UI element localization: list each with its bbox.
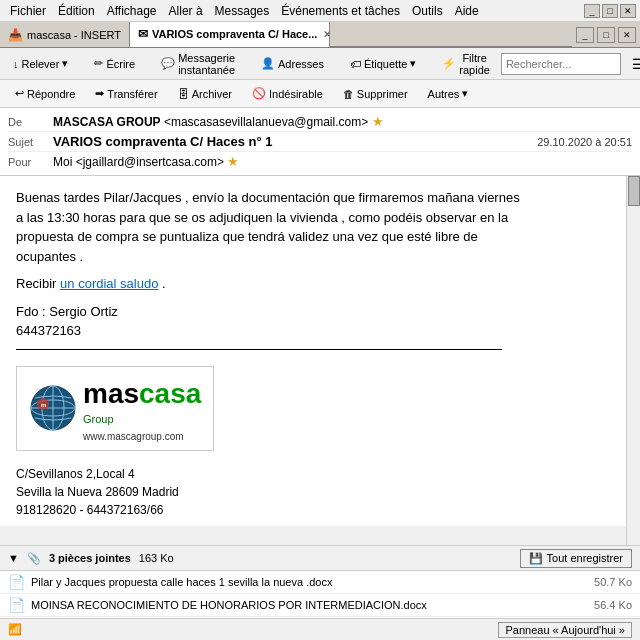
signature-address: C/Sevillanos 2,Local 4 Sevilla la Nueva … — [16, 465, 624, 519]
attachment-item-1[interactable]: 📄 Pilar y Jacques propuesta calle haces … — [0, 571, 640, 594]
panel-label[interactable]: Panneau « Aujourd'hui » — [498, 622, 632, 638]
supprimer-button[interactable]: 🗑 Supprimer — [336, 85, 415, 103]
action-toolbar: ↩ Répondre ➡ Transférer 🗄 Archiver 🚫 Ind… — [0, 80, 640, 108]
transferer-button[interactable]: ➡ Transférer — [88, 84, 164, 103]
email-scroll-wrapper: Buenas tardes Pilar/Jacques , envío la d… — [0, 176, 640, 545]
attach-name-1: Pilar y Jacques propuesta calle haces 1 … — [31, 576, 576, 588]
address-line2: Sevilla la Nueva 28609 Madrid — [16, 483, 624, 501]
menu-evenements[interactable]: Événements et tâches — [275, 2, 406, 20]
to-label: Pour — [8, 156, 53, 168]
menu-messages[interactable]: Messages — [209, 2, 276, 20]
restore-button[interactable]: □ — [602, 4, 618, 18]
svg-text:m: m — [41, 402, 46, 408]
logo-mas: mas — [83, 378, 139, 409]
ecrire-button[interactable]: ✏ Écrire — [87, 53, 142, 74]
menu-aller[interactable]: Aller à — [163, 2, 209, 20]
subject-row: Sujet VARIOS compraventa C/ Haces n° 1 2… — [8, 132, 632, 152]
attachments-header: ▼ 📎 3 pièces jointes 163 Ko 💾 Tout enreg… — [0, 545, 640, 571]
attach-name-2: MOINSA RECONOCIMIENTO DE HONORARIOS POR … — [31, 599, 576, 611]
menu-outils[interactable]: Outils — [406, 2, 449, 20]
from-value: MASCASA GROUP <mascasasevillalanueva@gma… — [53, 114, 632, 129]
logo-brand-text: mascasa — [83, 373, 201, 415]
indesirable-button[interactable]: 🚫 Indésirable — [245, 84, 330, 103]
attach-size-1: 50.7 Ko — [582, 576, 632, 588]
scrollbar[interactable] — [626, 176, 640, 545]
search-input[interactable] — [501, 53, 621, 75]
menu-affichage[interactable]: Affichage — [101, 2, 163, 20]
archiver-label: Archiver — [192, 88, 232, 100]
attach-count: 3 pièces jointes — [49, 552, 131, 564]
transferer-label: Transférer — [107, 88, 157, 100]
email-body: Buenas tardes Pilar/Jacques , envío la d… — [0, 176, 640, 526]
logo-casa: casa — [139, 378, 201, 409]
menubar: Fichier Édition Affichage Aller à Messag… — [0, 0, 640, 22]
autres-label: Autres — [428, 88, 460, 100]
indesirable-icon: 🚫 — [252, 87, 266, 100]
signature-separator — [16, 349, 502, 350]
from-email: <mascasasevillalanueva@gmail.com> — [164, 115, 368, 129]
autres-button[interactable]: Autres ▾ — [421, 84, 476, 103]
archiver-button[interactable]: 🗄 Archiver — [171, 85, 239, 103]
menu-aide[interactable]: Aide — [449, 2, 485, 20]
logo-container: m mascasa Group www.mascagroup.com — [16, 366, 214, 452]
main-toolbar: ↓ Relever ▾ ✏ Écrire 💬 Messagerie instan… — [0, 48, 640, 80]
scroll-thumb[interactable] — [628, 176, 640, 206]
attach-doc-icon-1: 📄 — [8, 574, 25, 590]
email-date: 29.10.2020 à 20:51 — [537, 136, 632, 148]
transferer-icon: ➡ — [95, 87, 104, 100]
email-header: De MASCASA GROUP <mascasasevillalanueva@… — [0, 108, 640, 176]
attachment-item-2[interactable]: 📄 MOINSA RECONOCIMIENTO DE HONORARIOS PO… — [0, 594, 640, 617]
menu-edition[interactable]: Édition — [52, 2, 101, 20]
etiquette-dropdown-icon[interactable]: ▾ — [410, 57, 416, 70]
tab-email-icon: ✉ — [138, 27, 148, 41]
attach-size-2: 56.4 Ko — [582, 599, 632, 611]
save-all-button[interactable]: 💾 Tout enregistrer — [520, 549, 632, 568]
logo-url-text: www.mascagroup.com — [83, 429, 201, 444]
from-name: MASCASA GROUP — [53, 115, 161, 129]
relever-button[interactable]: ↓ Relever ▾ — [6, 53, 75, 74]
to-name: Moi — [53, 155, 72, 169]
messagerie-button[interactable]: 💬 Messagerie instantanée — [154, 48, 242, 80]
menu-fichier[interactable]: Fichier — [4, 2, 52, 20]
attach-icon: 📎 — [27, 552, 41, 565]
minimize-button[interactable]: _ — [584, 4, 600, 18]
tab-close-win-button[interactable]: ✕ — [618, 27, 636, 43]
ecrire-icon: ✏ — [94, 57, 103, 70]
from-star-icon[interactable]: ★ — [372, 114, 384, 129]
tab-close-button[interactable]: ✕ — [321, 29, 330, 40]
messagerie-label: Messagerie instantanée — [178, 52, 235, 76]
from-label: De — [8, 116, 53, 128]
toolbar-menu-button[interactable]: ☰ — [625, 53, 640, 75]
to-value: Moi <jgaillard@insertcasa.com> ★ — [53, 154, 632, 169]
tab-varios[interactable]: ✉ VARIOS compraventa C/ Hace... ✕ — [130, 22, 330, 47]
tab-max-button[interactable]: □ — [597, 27, 615, 43]
repondre-icon: ↩ — [15, 87, 24, 100]
save-all-label: Tout enregistrer — [547, 552, 623, 564]
repondre-button[interactable]: ↩ Répondre — [8, 84, 82, 103]
filtre-button[interactable]: ⚡ Filtre rapide — [435, 48, 497, 80]
archiver-icon: 🗄 — [178, 88, 189, 100]
adresses-button[interactable]: 👤 Adresses — [254, 53, 331, 74]
etiquette-label: Étiquette — [364, 58, 407, 70]
relever-icon: ↓ — [13, 58, 19, 70]
tab-inbox-icon: 📥 — [8, 28, 23, 42]
etiquette-icon: 🏷 — [350, 58, 361, 70]
statusbar: 📶 Panneau « Aujourd'hui » — [0, 618, 640, 640]
to-star-icon[interactable]: ★ — [227, 154, 239, 169]
logo-globe-icon: m — [29, 384, 77, 432]
messagerie-icon: 💬 — [161, 57, 175, 70]
tab-mascasa-label: mascasa - INSERT — [27, 29, 121, 41]
body-paragraph-1: Buenas tardes Pilar/Jacques , envío la d… — [16, 188, 624, 266]
adresses-label: Adresses — [278, 58, 324, 70]
tab-min-button[interactable]: _ — [576, 27, 594, 43]
attach-toggle-icon[interactable]: ▼ — [8, 552, 19, 564]
filtre-label: Filtre rapide — [459, 52, 490, 76]
save-all-icon: 💾 — [529, 552, 543, 565]
tab-mascasa[interactable]: 📥 mascasa - INSERT — [0, 22, 130, 47]
body-link[interactable]: un cordial saludo — [60, 276, 158, 291]
close-button[interactable]: ✕ — [620, 4, 636, 18]
etiquette-button[interactable]: 🏷 Étiquette ▾ — [343, 53, 423, 74]
autres-dropdown-icon: ▾ — [462, 87, 468, 100]
relever-dropdown-icon[interactable]: ▾ — [62, 57, 68, 70]
subject-label: Sujet — [8, 136, 53, 148]
